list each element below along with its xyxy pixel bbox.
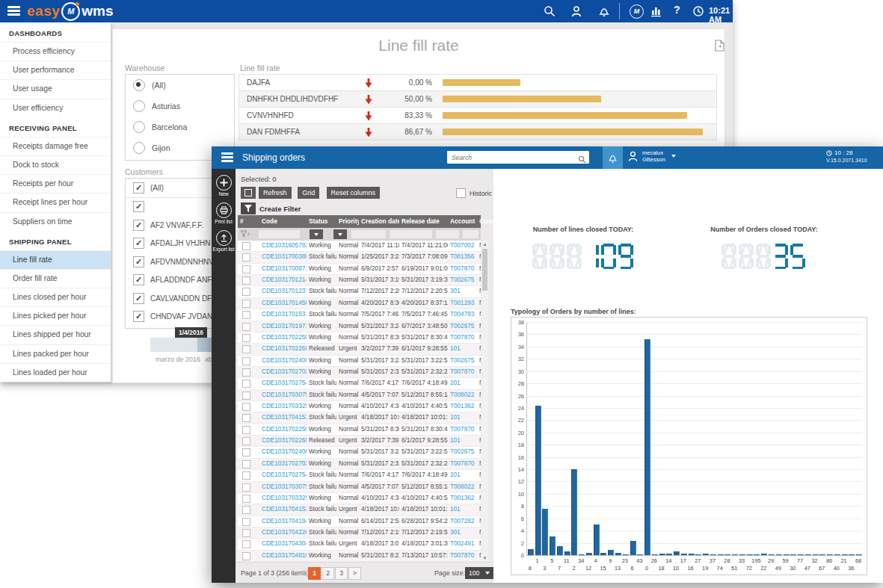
column-header-account[interactable]: Account xyxy=(448,215,477,228)
sidebar-item-lines-loaded-per-hour[interactable]: Lines loaded per hour xyxy=(0,363,111,382)
page-button-2[interactable]: 2 xyxy=(321,567,334,580)
sidebar-item-dock-to-stock[interactable]: Dock to stock xyxy=(0,155,111,174)
order-account-link[interactable]: T001362 xyxy=(448,493,477,504)
order-code-link[interactable]: CDE1031703325 xyxy=(259,493,307,504)
export-list-button[interactable]: Export list xyxy=(212,230,236,252)
sidebar-item-line-fill-rate[interactable]: Line fill rate xyxy=(0,250,111,269)
grid-button[interactable]: Grid xyxy=(298,187,319,199)
row-checkbox[interactable] xyxy=(242,471,250,480)
sidebar-item-receipts-damage-free[interactable]: Receipts damage free xyxy=(0,137,111,155)
page-button-1[interactable]: 1 xyxy=(308,567,321,580)
user-menu[interactable]: mecalux GBesson xyxy=(627,149,676,163)
order-code-link[interactable]: CDE1031701531 xyxy=(259,309,307,320)
filter-input[interactable] xyxy=(390,230,432,238)
hamburger-menu-icon[interactable] xyxy=(7,6,20,16)
order-account-link[interactable]: T008022 xyxy=(448,390,477,400)
checkbox-icon[interactable]: ✓ xyxy=(133,293,144,304)
order-code-link[interactable]: CDE1031702268 xyxy=(259,436,307,446)
order-account-link[interactable]: T002491 xyxy=(448,539,477,549)
order-code-link[interactable]: CDE1031704226 xyxy=(259,527,307,538)
user-icon[interactable] xyxy=(570,5,582,17)
scroll-down-icon[interactable]: ▼ xyxy=(482,554,488,562)
order-account-link[interactable]: T007870 xyxy=(448,551,477,561)
order-code-link[interactable]: CDE1031704194 xyxy=(259,516,307,527)
order-account-link[interactable]: T007282 xyxy=(448,516,477,527)
export-page-icon[interactable] xyxy=(715,40,724,52)
radio-icon[interactable] xyxy=(133,79,145,91)
row-checkbox[interactable] xyxy=(242,495,250,503)
order-code-link[interactable]: CDE1031704153 xyxy=(259,504,307,515)
column-header-priority[interactable]: Priority xyxy=(336,215,359,228)
order-code-link[interactable]: CDE1031700388 xyxy=(259,252,307,262)
order-code-link[interactable]: CDE1031702702 xyxy=(259,367,307,377)
row-checkbox[interactable] xyxy=(242,253,250,261)
new-button[interactable]: New xyxy=(212,175,236,196)
row-checkbox[interactable] xyxy=(242,483,250,492)
mecalux-small-logo-icon[interactable]: M xyxy=(630,4,644,19)
order-code-link[interactable]: CDE1031704816 xyxy=(259,551,307,561)
order-account-link[interactable]: 301 xyxy=(448,286,477,297)
help-icon[interactable]: ? xyxy=(674,4,680,16)
row-checkbox[interactable] xyxy=(242,323,250,331)
order-account-link[interactable]: 101 xyxy=(448,436,477,446)
row-checkbox[interactable] xyxy=(242,414,250,422)
order-code-link[interactable]: CDE1031702250 xyxy=(259,424,307,435)
sidebar-item-lines-closed-per-hour[interactable]: Lines closed per hour xyxy=(0,288,111,306)
order-code-link[interactable]: CDE1031704304 xyxy=(259,539,307,549)
reset-columns-button[interactable]: Reset columns xyxy=(327,187,381,199)
order-code-link[interactable]: CDE1031702754 xyxy=(259,470,307,480)
row-checkbox[interactable] xyxy=(242,540,250,548)
radio-icon[interactable] xyxy=(133,121,145,133)
order-account-link[interactable]: T002675 xyxy=(448,321,477,332)
row-checkbox[interactable] xyxy=(242,448,250,457)
order-account-link[interactable]: T007870 xyxy=(448,264,477,274)
search-icon[interactable] xyxy=(544,5,556,17)
filter-dropdown-button[interactable] xyxy=(310,229,323,239)
order-account-link[interactable]: T007870 xyxy=(448,424,477,435)
filter-input[interactable] xyxy=(351,230,386,238)
row-checkbox[interactable] xyxy=(242,529,250,537)
radio-icon[interactable] xyxy=(133,142,145,154)
warehouse-option--all-[interactable]: (All) xyxy=(126,75,234,96)
column-header-release-date[interactable]: Release date xyxy=(399,215,448,228)
sidebar-item-user-usage[interactable]: User usage xyxy=(0,79,111,98)
next-page-button[interactable]: > xyxy=(348,567,361,580)
checkbox-icon[interactable]: ✓ xyxy=(133,274,144,285)
order-code-link[interactable]: CDE1031701237 xyxy=(259,286,307,297)
filter-dropdown-button[interactable] xyxy=(333,229,347,239)
order-account-link[interactable]: T007870 xyxy=(448,459,477,469)
order-account-link[interactable]: T008022 xyxy=(448,482,477,492)
order-account-link[interactable]: T002675 xyxy=(448,447,477,457)
statistics-icon[interactable] xyxy=(650,5,662,17)
create-filter-button[interactable] xyxy=(241,202,256,214)
order-code-link[interactable]: CDE1031700871 xyxy=(259,264,307,274)
order-account-link[interactable]: T002675 xyxy=(448,275,477,285)
warehouse-option-barcelona[interactable]: Barcelona xyxy=(126,117,234,137)
row-checkbox[interactable] xyxy=(242,426,250,434)
prev-page-button[interactable]: < xyxy=(298,568,309,575)
order-account-link[interactable]: T001293 xyxy=(448,298,477,309)
checkbox-icon[interactable]: ✓ xyxy=(133,238,144,249)
sidebar-item-process-efficiency[interactable]: Process efficiency xyxy=(0,42,111,61)
notifications-bell-icon[interactable] xyxy=(598,5,610,17)
sidebar-item-order-fill-rate[interactable]: Order fill rate xyxy=(0,269,111,288)
table-scrollbar[interactable]: ▲ ▼ xyxy=(482,241,488,562)
column-header-status[interactable]: Status xyxy=(307,215,336,228)
sidebar-item-user-performance[interactable]: User performance xyxy=(0,61,111,79)
row-checkbox[interactable] xyxy=(242,437,250,445)
checkbox-icon[interactable]: ✓ xyxy=(133,256,144,267)
checkbox-icon[interactable]: ✓ xyxy=(133,182,144,194)
order-account-link[interactable]: T004783 xyxy=(448,309,477,320)
order-code-link[interactable]: CDE1031702702 xyxy=(259,459,307,469)
column-header-creation-date-sorted[interactable]: Creation date ▾ xyxy=(359,215,399,228)
order-account-link[interactable]: T007002 xyxy=(448,241,477,251)
order-code-link[interactable]: CDE1031701971 xyxy=(259,321,307,332)
order-code-link[interactable]: CDE1031702406 xyxy=(259,447,307,457)
row-checkbox[interactable] xyxy=(242,460,250,468)
row-checkbox[interactable] xyxy=(242,265,250,273)
row-checkbox[interactable] xyxy=(242,380,250,388)
scrollbar-thumb[interactable] xyxy=(482,249,487,291)
order-code-link[interactable]: CDE1031701214 xyxy=(259,275,307,285)
filter-input[interactable] xyxy=(259,230,300,238)
sidebar-item-lines-shipped-per-hour[interactable]: Lines shipped per hour xyxy=(0,325,111,344)
